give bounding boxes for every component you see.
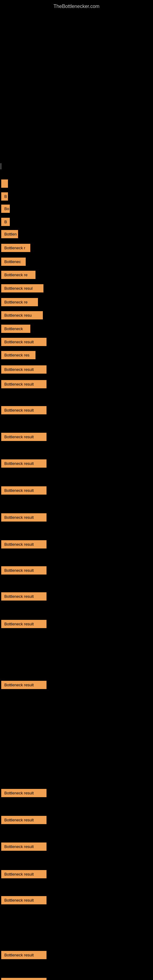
list-item: Bo <box>1 202 10 216</box>
list-item: Bottleneck resu <box>1 309 43 323</box>
bottleneck-bar: Bottleneck result <box>1 870 46 878</box>
list-item: Bottleneck result <box>1 617 47 632</box>
list-item: Bottleneck result <box>1 363 47 377</box>
list-item: Bottleneck <box>1 322 31 337</box>
bottleneck-bar: Bottleneck result <box>1 540 46 549</box>
bottleneck-bar: Bottleneck result <box>1 433 46 441</box>
bottleneck-bar: Bottleneck result <box>1 978 46 980</box>
bottleneck-bar: Bottleneck result <box>1 816 46 824</box>
list-item: Bottleneck result <box>1 484 47 498</box>
list-item: Bottleneck result <box>1 457 47 471</box>
bottleneck-bar: Bottleneck result <box>1 843 46 851</box>
bottleneck-bar: B <box>1 192 8 200</box>
bottleneck-bar: Bottleneck resul <box>1 284 43 293</box>
list-item: Bottleneck result <box>1 786 47 801</box>
content-area: B Bo B Bottlen Bottleneck r Bottlenec Bo… <box>0 12 153 980</box>
bottleneck-bar: Bottleneck result <box>1 951 46 959</box>
bottleneck-bar: Bottleneck re <box>1 298 38 306</box>
bottleneck-bar: Bottlenec <box>1 258 26 266</box>
bottleneck-bar: Bottleneck result <box>1 789 46 797</box>
bottleneck-bar: Bo <box>1 205 10 213</box>
bottleneck-bar: Bottleneck result <box>1 365 46 374</box>
bottleneck-bar: Bottleneck result <box>1 460 46 468</box>
bottleneck-bar: Bottleneck result <box>1 486 46 495</box>
list-item: Bottleneck result <box>1 564 47 578</box>
bottleneck-bar: Bottleneck result <box>1 592 46 601</box>
list-item: Bottleneck result <box>1 975 47 980</box>
list-item: Bottleneck res <box>1 348 36 363</box>
list-item: Bottleneck resul <box>1 282 44 296</box>
bottleneck-bar: Bottleneck res <box>1 351 35 359</box>
bottleneck-bar: Bottleneck r <box>1 244 30 252</box>
list-item <box>1 177 9 191</box>
list-item: Bottleneck re <box>1 268 36 283</box>
list-item: Bottleneck result <box>1 678 47 693</box>
list-item: Bottlenec <box>1 255 26 269</box>
list-item: Bottleneck result <box>1 511 47 525</box>
bottleneck-bar: Bottleneck result <box>1 513 46 522</box>
list-item: Bottleneck result <box>1 894 47 908</box>
bottleneck-bar: Bottleneck resu <box>1 311 43 320</box>
list-item: Bottleneck result <box>1 590 47 604</box>
bottleneck-bar: Bottlen <box>1 230 18 238</box>
cursor-line <box>1 163 1 169</box>
bottleneck-bar: B <box>1 218 10 226</box>
list-item: Bottleneck result <box>1 404 47 418</box>
list-item: Bottleneck r <box>1 241 31 256</box>
list-item: Bottleneck result <box>1 948 47 963</box>
list-item: Bottlen <box>1 228 19 242</box>
site-title: TheBottlenecker.com <box>0 0 153 12</box>
bottleneck-bar: Bottleneck result <box>1 338 46 346</box>
bottleneck-bar: Bottleneck re <box>1 271 35 279</box>
list-item: Bottleneck result <box>1 335 47 350</box>
bottleneck-bar: Bottleneck result <box>1 380 46 388</box>
bottleneck-bar <box>1 180 8 188</box>
bottleneck-bar: Bottleneck result <box>1 566 46 574</box>
list-item: Bottleneck result <box>1 378 47 392</box>
bottleneck-bar: Bottleneck result <box>1 896 46 904</box>
bottleneck-bar: Bottleneck <box>1 325 30 333</box>
list-item: Bottleneck re <box>1 296 38 310</box>
list-item: Bottleneck result <box>1 538 47 552</box>
bottleneck-bar: Bottleneck result <box>1 406 46 414</box>
list-item: Bottleneck result <box>1 840 47 854</box>
list-item: Bottleneck result <box>1 813 47 828</box>
bottleneck-bar: Bottleneck result <box>1 620 46 628</box>
bottleneck-bar: Bottleneck result <box>1 681 46 689</box>
list-item: Bottleneck result <box>1 430 47 445</box>
list-item: Bottleneck result <box>1 868 47 882</box>
